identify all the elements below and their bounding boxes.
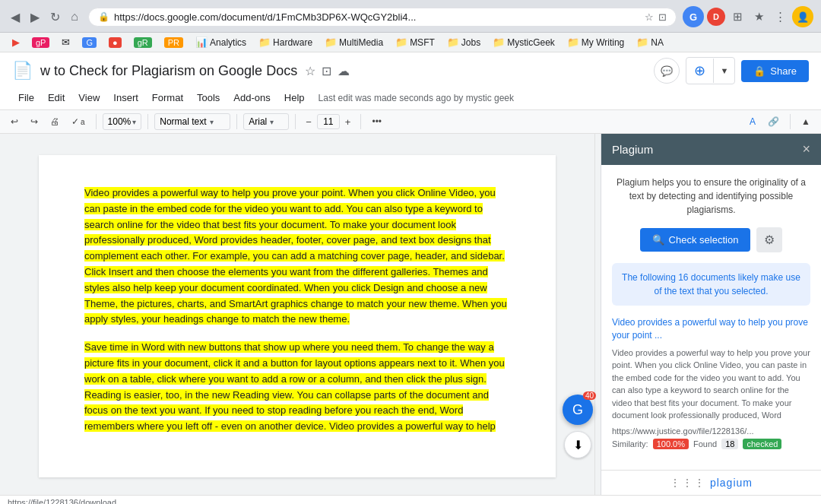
menu-tools[interactable]: Tools	[191, 89, 226, 106]
font-selector[interactable]: Arial ▾	[243, 113, 289, 130]
url-text: https://docs.google.com/document/d/1FmCM…	[114, 11, 640, 23]
print-button[interactable]: 🖨	[46, 113, 64, 130]
address-bar[interactable]: 🔒 https://docs.google.com/document/d/1Fm…	[88, 8, 677, 27]
folder2-icon: 📁	[325, 36, 337, 48]
back-button[interactable]: ◀	[8, 9, 23, 24]
mail-icon: ✉	[62, 36, 70, 48]
menu-addons[interactable]: Add-ons	[227, 89, 276, 106]
font-size-decrease[interactable]: −	[302, 115, 315, 129]
text-color-button[interactable]: A	[745, 113, 760, 130]
font-size-value[interactable]: 11	[317, 114, 340, 129]
bookmark-red[interactable]: ●	[104, 36, 126, 49]
google-account-icon[interactable]: G	[683, 6, 704, 27]
plagium-close-button[interactable]: ×	[802, 141, 810, 157]
settings-button[interactable]: ⚙	[756, 227, 782, 252]
insert-link-button[interactable]: 🔗	[763, 113, 784, 130]
share-button[interactable]: 🔒 Share	[741, 60, 809, 82]
bookmark-na[interactable]: 📁 NA	[632, 35, 668, 49]
folder-icon: 📁	[258, 36, 271, 48]
result-title-link[interactable]: Video provides a powerful way to help yo…	[612, 316, 810, 342]
star-icon[interactable]: ☆	[645, 11, 654, 23]
doc-page[interactable]: Video provides a powerful way to help yo…	[39, 155, 556, 477]
bookmark-msft[interactable]: 📁 MSFT	[391, 35, 439, 49]
bookmark-pr[interactable]: PR	[160, 36, 188, 49]
result-url-text: https://www.justice.gov/file/1228136/...	[612, 426, 810, 436]
page-title: w to Check for Plagiarism on Google Docs	[40, 63, 297, 79]
collapse-toolbar-button[interactable]: ▲	[797, 113, 815, 130]
search-icon: 🔍	[652, 234, 664, 246]
comment-button[interactable]: 💬	[654, 58, 680, 84]
move-icon[interactable]: ⊡	[322, 64, 331, 78]
jobs-label: Jobs	[461, 37, 480, 48]
bookmark-folder-hardware[interactable]: 📁 Hardware	[254, 35, 317, 49]
folder3-icon: 📁	[395, 36, 407, 48]
folder6-icon: 📁	[567, 36, 579, 48]
star-doc-icon[interactable]: ☆	[305, 64, 315, 78]
reload-button[interactable]: ↻	[47, 9, 62, 24]
scroll-down-fab[interactable]: ⬇	[564, 431, 591, 458]
menu-insert[interactable]: Insert	[107, 89, 144, 106]
menu-bar: File Edit View Insert Format Tools Add-o…	[12, 87, 809, 109]
extensions-icon[interactable]: ⊞	[728, 8, 747, 26]
present-icon[interactable]: ⊕	[686, 58, 713, 84]
doc-paragraph-2: Save time in Word with new buttons that …	[84, 340, 510, 435]
red-icon: ●	[109, 37, 122, 48]
results-info: The following 16 documents likely make u…	[612, 263, 810, 306]
document-scrollbar[interactable]	[594, 134, 601, 495]
menu-view[interactable]: View	[72, 89, 106, 106]
result-item: Video provides a powerful way to help yo…	[612, 316, 810, 449]
profile-icon[interactable]: D	[707, 8, 725, 26]
bookmark-analytics[interactable]: 📊 Analytics	[191, 35, 251, 49]
hardware-label: Hardware	[273, 37, 312, 48]
document-area[interactable]: Video provides a powerful way to help yo…	[0, 134, 594, 495]
bookmark-folder-multimedia[interactable]: 📁 MultiMedia	[320, 35, 388, 49]
browser-chrome: ◀ ▶ ↻ ⌂ 🔒 https://docs.google.com/docume…	[0, 0, 821, 33]
font-value: Arial	[249, 116, 267, 127]
more-options-button[interactable]: •••	[367, 113, 386, 130]
g-icon: G	[82, 37, 97, 48]
home-button[interactable]: ⌂	[67, 9, 82, 24]
cloud-icon[interactable]: ☁	[338, 64, 350, 78]
bookmark-mywriting[interactable]: 📁 My Writing	[563, 35, 629, 49]
highlighted-text-2: Save time in Word with new buttons that …	[84, 341, 505, 432]
forward-button[interactable]: ▶	[27, 9, 43, 24]
check-selection-button[interactable]: 🔍 Check selection	[640, 228, 751, 252]
folder5-icon: 📁	[493, 36, 505, 48]
spellcheck-button[interactable]: ✓a	[67, 113, 90, 130]
lock-icon: 🔒	[98, 11, 109, 22]
bookmark-g[interactable]: G	[78, 36, 101, 49]
undo-button[interactable]: ↩	[6, 113, 23, 130]
menu-icon[interactable]: ⋮	[771, 8, 789, 26]
zoom-value: 100%	[108, 116, 132, 127]
docs-logo-icon: 📄	[12, 61, 33, 81]
docs-container: 📄 w to Check for Plagiarism on Google Do…	[0, 52, 821, 504]
doc-text: Video provides a powerful way to help yo…	[84, 185, 510, 435]
gp-icon: gP	[32, 37, 49, 48]
bookmark-icon[interactable]: ★	[750, 8, 768, 26]
mysticgeek-label: MysticGeek	[507, 37, 555, 48]
zoom-chevron: ▾	[132, 118, 136, 126]
cast-icon[interactable]: ⊡	[658, 11, 667, 23]
menu-file[interactable]: File	[12, 89, 40, 106]
folder7-icon: 📁	[636, 36, 648, 48]
bookmark-youtube[interactable]: ▶	[8, 35, 24, 49]
zoom-selector[interactable]: 100% ▾	[103, 113, 142, 130]
menu-help[interactable]: Help	[278, 89, 311, 106]
present-dropdown[interactable]: ▼	[714, 62, 734, 80]
bookmark-mail[interactable]: ✉	[57, 35, 74, 49]
checked-badge: checked	[743, 439, 781, 449]
docs-title-row: 📄 w to Check for Plagiarism on Google Do…	[12, 57, 809, 87]
msft-label: MSFT	[410, 37, 435, 48]
bookmark-jobs[interactable]: 📁 Jobs	[442, 35, 485, 49]
plagium-logo: ⋮⋮⋮ plagium	[670, 477, 753, 489]
bookmark-gr[interactable]: gR	[129, 36, 157, 49]
result-badges: Similarity: 100.0% Found 18 checked	[612, 439, 810, 449]
style-selector[interactable]: Normal text ▾	[154, 113, 230, 130]
user-avatar[interactable]: 👤	[792, 6, 813, 27]
bookmark-mysticgeek[interactable]: 📁 MysticGeek	[488, 35, 559, 49]
menu-edit[interactable]: Edit	[42, 89, 71, 106]
menu-format[interactable]: Format	[146, 89, 189, 106]
redo-button[interactable]: ↪	[26, 113, 43, 130]
font-size-increase[interactable]: +	[341, 115, 355, 129]
bookmark-gp[interactable]: gP	[27, 36, 54, 49]
